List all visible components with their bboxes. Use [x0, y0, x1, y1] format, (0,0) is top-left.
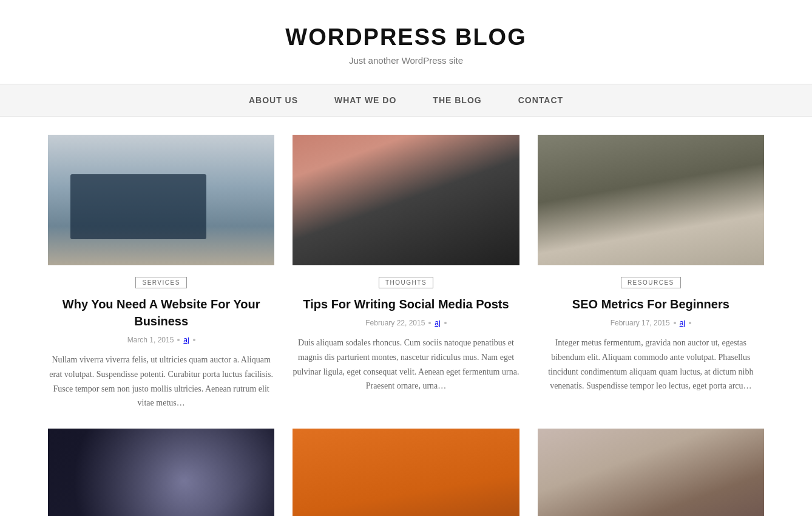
post-card: THOUGHTS Tips For Writing Social Media P…	[293, 135, 519, 410]
post-title-link[interactable]: Tips For Writing Social Media Posts	[303, 297, 509, 311]
post-category-wrapper: THOUGHTS	[293, 276, 519, 288]
post-thumbnail	[48, 429, 274, 516]
meta-dot-2	[444, 322, 447, 324]
post-category-wrapper: RESOURCES	[538, 276, 764, 288]
post-title: SEO Metrics For Beginners	[538, 296, 764, 313]
posts-grid: SERVICES Why You Need A Website For Your…	[48, 135, 764, 516]
post-thumbnail	[48, 135, 274, 265]
nav-link-about-us[interactable]: ABOUT US	[231, 84, 316, 116]
nav-list: ABOUT USWHAT WE DOTHE BLOGCONTACT	[0, 84, 812, 116]
post-author[interactable]: aj	[680, 319, 685, 327]
post-date: February 17, 2015	[611, 319, 670, 327]
category-badge[interactable]: RESOURCES	[621, 277, 681, 288]
post-date: February 22, 2015	[365, 319, 425, 327]
post-card: RESOURCES SEO Metrics For Beginners Febr…	[538, 135, 764, 410]
post-title-link[interactable]: SEO Metrics For Beginners	[572, 297, 729, 311]
site-tagline: Just another WordPress site	[12, 55, 800, 66]
meta-dot-2	[689, 322, 691, 324]
post-title-link[interactable]: Why You Need A Website For Your Business	[63, 297, 260, 328]
category-badge[interactable]: THOUGHTS	[379, 277, 433, 288]
nav-link-contact[interactable]: CONTACT	[500, 84, 581, 116]
post-card: SERVICES Why You Need A Website For Your…	[48, 135, 274, 410]
meta-dot-2	[193, 339, 195, 341]
post-author[interactable]: aj	[183, 336, 189, 344]
post-date: March 1, 2015	[127, 336, 174, 344]
nav-item-3: CONTACT	[500, 84, 581, 116]
site-header: WORDPRESS BLOG Just another WordPress si…	[0, 0, 812, 84]
post-card: TECH Understanding Modern Technology Feb…	[48, 429, 274, 516]
post-thumbnail	[538, 429, 764, 516]
post-title: Why You Need A Website For Your Business	[48, 296, 274, 330]
nav-item-0: ABOUT US	[231, 84, 316, 116]
site-nav: ABOUT USWHAT WE DOTHE BLOGCONTACT	[0, 84, 812, 117]
post-card: SOCIAL Social Media Trends This Year Jan…	[538, 429, 764, 516]
post-thumbnail	[293, 135, 519, 265]
meta-dot	[177, 339, 180, 341]
post-meta: February 22, 2015 aj	[293, 319, 519, 327]
nav-item-2: THE BLOG	[414, 84, 499, 116]
post-thumbnail	[538, 135, 764, 265]
main-content: SERVICES Why You Need A Website For Your…	[36, 117, 776, 516]
post-excerpt: Integer metus fermentum, gravida non auc…	[538, 336, 764, 393]
post-meta: February 17, 2015 aj	[538, 319, 764, 327]
site-title: WORDPRESS BLOG	[12, 24, 800, 50]
nav-link-the-blog[interactable]: THE BLOG	[414, 84, 499, 116]
post-excerpt: Duis aliquam sodales rhoncus. Cum sociis…	[293, 336, 519, 393]
category-badge[interactable]: SERVICES	[135, 277, 186, 288]
nav-link-what-we-do[interactable]: WHAT WE DO	[316, 84, 414, 116]
nav-item-1: WHAT WE DO	[316, 84, 414, 116]
post-category-wrapper: SERVICES	[48, 276, 274, 288]
meta-dot	[674, 322, 676, 324]
post-card: MUSIC The Best Headphones of 2015 Februa…	[293, 429, 519, 516]
meta-dot	[428, 322, 431, 324]
post-thumbnail	[293, 429, 519, 516]
post-excerpt: Nullam viverra viverra felis, ut ultrici…	[48, 353, 274, 410]
post-author[interactable]: aj	[435, 319, 440, 327]
post-meta: March 1, 2015 aj	[48, 336, 274, 344]
post-title: Tips For Writing Social Media Posts	[293, 296, 519, 313]
